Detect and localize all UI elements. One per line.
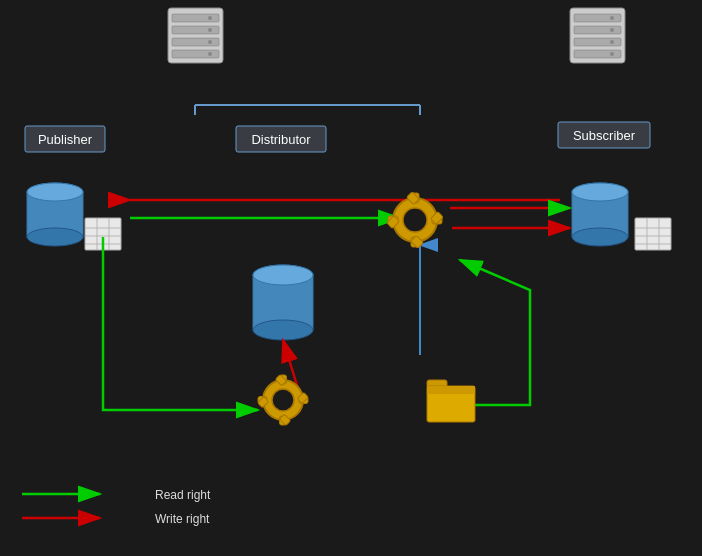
svg-rect-78 (258, 397, 267, 404)
svg-rect-76 (280, 416, 287, 425)
svg-point-35 (27, 183, 83, 201)
svg-point-14 (208, 28, 212, 32)
svg-point-64 (403, 208, 427, 232)
svg-rect-77 (299, 397, 308, 404)
svg-point-44 (253, 320, 313, 340)
svg-point-24 (610, 40, 614, 44)
svg-point-42 (253, 265, 313, 285)
svg-rect-70 (411, 236, 424, 249)
arrows-svg: Publisher Distributor Subscriber (0, 0, 702, 556)
svg-point-46 (572, 183, 628, 201)
svg-rect-80 (279, 414, 290, 425)
svg-line-60 (283, 340, 300, 395)
svg-rect-12 (172, 50, 219, 58)
diagram-container: Publisher Distributor Subscriber (0, 0, 702, 556)
svg-rect-33 (27, 192, 83, 237)
svg-rect-50 (635, 218, 671, 250)
svg-rect-66 (411, 237, 419, 247)
svg-point-16 (208, 52, 212, 56)
svg-rect-47 (572, 192, 628, 237)
svg-text:Read right: Read right (155, 488, 211, 502)
svg-rect-65 (411, 193, 419, 203)
svg-point-22 (610, 16, 614, 20)
svg-rect-84 (427, 386, 475, 422)
svg-rect-85 (427, 386, 475, 394)
svg-point-73 (263, 380, 303, 420)
svg-point-63 (393, 198, 437, 242)
svg-rect-28 (236, 126, 326, 152)
svg-rect-79 (297, 392, 308, 403)
svg-point-23 (610, 28, 614, 32)
svg-rect-18 (574, 14, 621, 22)
svg-text:Subscriber: Subscriber (573, 128, 636, 143)
svg-point-15 (208, 40, 212, 44)
svg-rect-71 (387, 216, 400, 229)
svg-rect-21 (574, 50, 621, 58)
svg-point-48 (572, 228, 628, 246)
svg-rect-11 (172, 38, 219, 46)
svg-point-45 (253, 265, 313, 285)
svg-rect-75 (280, 375, 287, 384)
svg-point-25 (610, 52, 614, 56)
svg-rect-30 (558, 122, 650, 148)
svg-rect-68 (388, 216, 398, 224)
svg-point-32 (27, 183, 83, 201)
svg-rect-81 (258, 396, 269, 407)
svg-text:Publisher: Publisher (38, 132, 93, 147)
svg-point-74 (272, 389, 294, 411)
svg-text:Write right: Write right (155, 512, 210, 526)
svg-rect-67 (432, 216, 442, 224)
svg-rect-72 (407, 192, 420, 205)
svg-rect-17 (570, 8, 625, 63)
svg-rect-8 (168, 8, 223, 63)
svg-rect-19 (574, 26, 621, 34)
svg-rect-26 (25, 126, 105, 152)
svg-rect-83 (427, 380, 447, 388)
svg-rect-10 (172, 26, 219, 34)
svg-point-34 (27, 228, 83, 246)
svg-rect-82 (275, 375, 286, 386)
svg-rect-69 (431, 212, 444, 225)
svg-text:Distributor: Distributor (251, 132, 311, 147)
svg-rect-20 (574, 38, 621, 46)
svg-point-13 (208, 16, 212, 20)
svg-rect-36 (85, 218, 121, 250)
svg-rect-9 (172, 14, 219, 22)
svg-point-49 (572, 183, 628, 201)
svg-rect-43 (253, 275, 313, 330)
svg-line-62 (310, 248, 410, 310)
